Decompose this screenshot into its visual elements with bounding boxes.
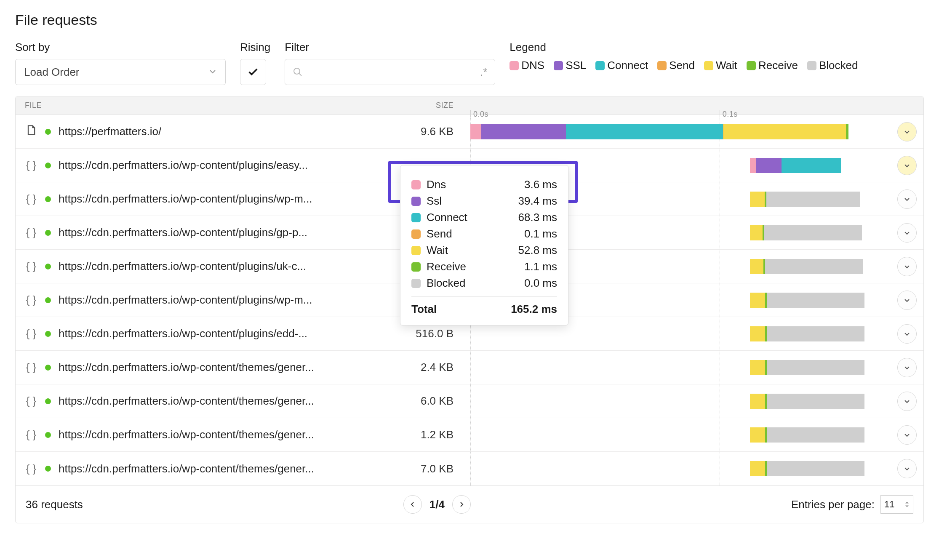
dns-swatch-icon [411, 180, 421, 189]
chevron-down-icon [903, 364, 911, 371]
file-url[interactable]: https://cdn.perfmatters.io/wp-content/th… [59, 361, 314, 374]
css-file-icon: { } [25, 293, 37, 307]
send-swatch-icon [411, 229, 421, 239]
expand-row-button[interactable] [897, 122, 917, 141]
chevron-down-icon [903, 465, 911, 472]
rising-label: Rising [240, 41, 270, 54]
file-size: 1.2 KB [340, 428, 470, 441]
waterfall-bar[interactable] [470, 461, 894, 476]
segment-blocked [767, 360, 864, 375]
segment-ssl [756, 158, 782, 173]
status-ok-icon [45, 230, 51, 236]
tooltip-total: Total165.2 ms [411, 296, 557, 316]
expand-row-button[interactable] [897, 156, 917, 175]
wait-swatch-icon [704, 61, 713, 70]
css-file-icon: { } [25, 462, 37, 475]
receive-swatch-icon [411, 262, 421, 272]
expand-row-button[interactable] [897, 223, 917, 243]
segment-dns [470, 124, 481, 139]
file-url[interactable]: https://perfmatters.io/ [59, 125, 161, 138]
file-url[interactable]: https://cdn.perfmatters.io/wp-content/pl… [59, 192, 312, 205]
status-ok-icon [45, 297, 51, 303]
chevron-down-icon [903, 195, 911, 203]
status-ok-icon [45, 432, 51, 438]
document-icon [25, 124, 37, 139]
segment-blocked [767, 394, 864, 409]
expand-row-button[interactable] [897, 425, 917, 445]
wait-swatch-icon [411, 246, 421, 255]
sort-by-select[interactable]: Load Order [15, 59, 226, 85]
file-url[interactable]: https://cdn.perfmatters.io/wp-content/pl… [59, 260, 306, 273]
receive-swatch-icon [747, 61, 756, 70]
legend-item-blocked[interactable]: Blocked [807, 59, 858, 72]
segment-wait [750, 293, 765, 308]
col-header-file[interactable]: FILE [16, 101, 340, 110]
entries-per-page-input[interactable]: 11 [880, 495, 913, 514]
expand-row-button[interactable] [897, 324, 917, 344]
expand-row-button[interactable] [897, 189, 917, 209]
css-file-icon: { } [25, 395, 37, 408]
next-page-button[interactable] [452, 495, 471, 514]
legend-item-receive[interactable]: Receive [747, 59, 798, 72]
filter-input[interactable]: .* [285, 59, 495, 85]
file-url[interactable]: https://cdn.perfmatters.io/wp-content/th… [59, 428, 314, 441]
file-url[interactable]: https://cdn.perfmatters.io/wp-content/th… [59, 462, 314, 475]
legend-item-connect[interactable]: Connect [595, 59, 648, 72]
segment-blocked [766, 192, 859, 207]
waterfall-bar[interactable] [470, 326, 894, 341]
check-icon [247, 66, 259, 78]
status-ok-icon [45, 264, 51, 269]
col-header-size[interactable]: SIZE [340, 101, 470, 110]
waterfall-bar[interactable] [470, 124, 894, 139]
segment-receive [846, 124, 848, 139]
expand-row-button[interactable] [897, 358, 917, 377]
waterfall-bar[interactable] [470, 360, 894, 375]
entries-per-page-value: 11 [884, 499, 894, 510]
legend-item-dns[interactable]: DNS [510, 59, 544, 72]
segment-wait [750, 259, 763, 274]
waterfall-bar[interactable] [470, 427, 894, 443]
svg-point-0 [294, 68, 300, 74]
chevron-down-icon [903, 128, 911, 136]
segment-connect [782, 158, 841, 173]
css-file-icon: { } [25, 260, 37, 273]
chevron-down-icon [903, 431, 911, 439]
expand-row-button[interactable] [897, 291, 917, 310]
waterfall-tooltip: Dns3.6 msSsl39.4 msConnect68.3 msSend0.1… [400, 165, 568, 325]
prev-page-button[interactable] [403, 495, 422, 514]
page-title: File requests [15, 12, 924, 28]
segment-ssl [481, 124, 566, 139]
legend-item-wait[interactable]: Wait [704, 59, 737, 72]
blocked-swatch-icon [807, 61, 816, 70]
waterfall-bar[interactable] [470, 394, 894, 409]
stepper-icon [904, 500, 910, 509]
chevron-down-icon [903, 330, 911, 338]
table-row: https://perfmatters.io/9.6 KB [16, 115, 923, 149]
expand-row-button[interactable] [897, 257, 917, 276]
file-size: 6.0 KB [340, 395, 470, 408]
tooltip-row-dns: Dns3.6 ms [411, 178, 557, 191]
expand-row-button[interactable] [897, 459, 917, 478]
segment-wait [750, 192, 765, 207]
file-size: 7.0 KB [340, 462, 470, 475]
file-url[interactable]: https://cdn.perfmatters.io/wp-content/pl… [59, 293, 312, 307]
segment-wait [723, 124, 846, 139]
status-ok-icon [45, 196, 51, 202]
expand-row-button[interactable] [897, 392, 917, 411]
file-url[interactable]: https://cdn.perfmatters.io/wp-content/th… [59, 395, 314, 408]
legend-item-send[interactable]: Send [657, 59, 695, 72]
status-ok-icon [45, 163, 51, 168]
file-url[interactable]: https://cdn.perfmatters.io/wp-content/pl… [59, 327, 307, 340]
table-row: { }https://cdn.perfmatters.io/wp-content… [16, 452, 923, 485]
entries-per-page-label: Entries per page: [791, 498, 875, 511]
rising-toggle[interactable] [240, 59, 266, 85]
file-size: 9.6 KB [340, 125, 470, 138]
segment-blocked [767, 293, 864, 308]
status-ok-icon [45, 466, 51, 472]
css-file-icon: { } [25, 428, 37, 441]
blocked-swatch-icon [411, 279, 421, 288]
file-url[interactable]: https://cdn.perfmatters.io/wp-content/pl… [59, 159, 308, 172]
file-url[interactable]: https://cdn.perfmatters.io/wp-content/pl… [59, 226, 307, 239]
legend-item-ssl[interactable]: SSL [554, 59, 586, 72]
segment-wait [750, 427, 765, 443]
